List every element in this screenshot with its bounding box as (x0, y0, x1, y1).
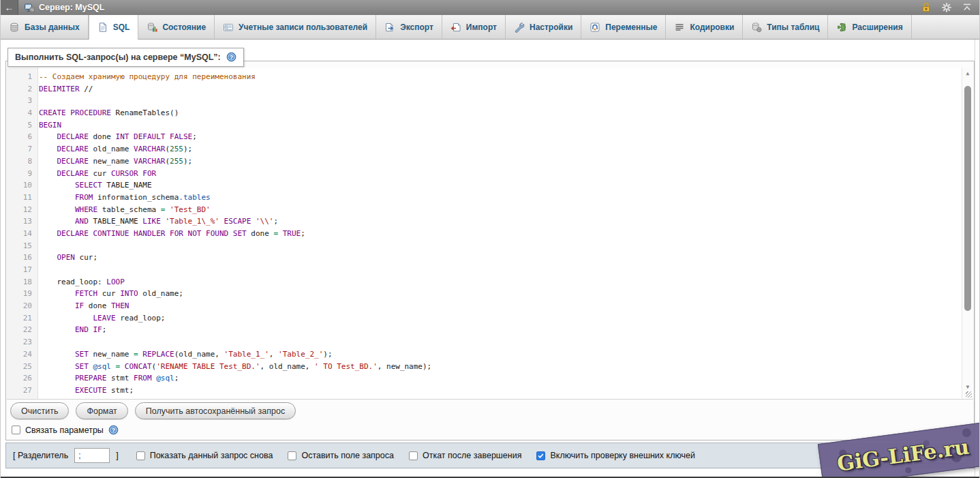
tab-charsets[interactable]: Кодировки (666, 15, 743, 39)
footer-option-3[interactable]: Откат после завершения (409, 451, 521, 460)
query-option-checkboxes: Показать данный запрос сноваОставить пол… (136, 451, 710, 460)
code-line-5: 5BEGIN (7, 119, 973, 132)
back-button[interactable]: ← (1, 0, 18, 15)
checkbox-unchecked[interactable] (12, 425, 20, 434)
footer-option-2[interactable]: Оставить поле запроса (288, 451, 394, 460)
help-icon[interactable]: ? (108, 425, 119, 435)
line-number: 2 (7, 83, 32, 95)
sql-query-fieldset: 1-- Создаем хранимую процедуру для переи… (5, 61, 975, 440)
sql-code-editor[interactable]: 1-- Создаем хранимую процедуру для переи… (7, 68, 973, 400)
code-line-6: 6 DECLARE done INT DEFAULT FALSE; (7, 131, 973, 143)
format-button[interactable]: Формат (76, 402, 127, 419)
code-line-15: 15 (7, 240, 973, 252)
server-icon (24, 2, 35, 13)
code-line-2: 2DELIMITER // (7, 83, 973, 95)
tab-label: Экспорт (400, 23, 433, 32)
scroll-down-arrow[interactable]: ▼ (962, 384, 973, 391)
code-line-12: 12 WHERE table_schema = 'Test_BD' (7, 204, 973, 216)
checkbox-unchecked[interactable] (409, 451, 418, 460)
back-arrow-icon: ← (5, 2, 14, 13)
right-scroll-strip (975, 40, 979, 478)
delimiter-label-close: ] (116, 451, 118, 460)
titlebar-actions (921, 2, 973, 13)
help-icon[interactable]: ? (226, 52, 236, 62)
footer-option-1[interactable]: Показать данный запрос снова (136, 451, 273, 460)
line-number: 16 (7, 252, 32, 264)
collapse-icon[interactable] (962, 2, 973, 13)
delimiter-group: [ Разделитель ] (13, 448, 119, 463)
tab-label: Кодировки (690, 23, 734, 32)
tab-databases[interactable]: Базы данных (1, 15, 89, 39)
code-line-11: 11 FROM information_schema.tables (7, 192, 973, 204)
tab-label: Импорт (466, 23, 497, 32)
line-number: 8 (7, 155, 32, 168)
line-number: 17 (7, 264, 32, 276)
code-line-25: 25 SET @sql = CONCAT('RENAME TABLE Test_… (7, 361, 973, 373)
code-line-26: 26 PREPARE stmt FROM @sql; (7, 372, 973, 385)
line-number: 13 (7, 215, 32, 228)
window-title: Сервер: MySQL (39, 3, 104, 12)
query-legend-text: Выполнить SQL-запрос(ы) на сервере “MySQ… (15, 53, 221, 62)
line-number: 27 (7, 385, 32, 397)
tab-engines[interactable]: Типы таблиц (743, 15, 828, 39)
option-label: Откат после завершения (423, 451, 521, 460)
line-number: 5 (7, 119, 32, 132)
scrollbar-thumb[interactable] (964, 86, 971, 311)
option-label: Включить проверку внешних ключей (550, 451, 695, 460)
bind-parameters-row[interactable]: Связать параметры ? (12, 425, 119, 435)
code-line-16: 16 OPEN cur; (7, 252, 973, 264)
tab-settings[interactable]: Настройки (506, 15, 581, 39)
code-line-7: 7 DECLARE old_name VARCHAR(255); (7, 143, 973, 155)
delimiter-input[interactable] (74, 448, 110, 463)
code-line-19: 19 FETCH cur INTO old_name; (7, 288, 973, 300)
checkbox-unchecked[interactable] (136, 451, 145, 460)
line-number: 23 (7, 336, 32, 348)
code-line-24: 24 SET new_name = REPLACE(old_name, 'Tab… (7, 348, 973, 361)
main-content: Выполнить SQL-запрос(ы) на сервере “MySQ… (1, 40, 979, 478)
tab-label: Расширения (852, 23, 902, 32)
tab-export[interactable]: Экспорт (376, 15, 442, 39)
tab-variables[interactable]: Переменные (581, 15, 666, 39)
scroll-up-arrow[interactable]: ▲ (962, 70, 973, 77)
status-icon (147, 22, 157, 33)
line-number: 6 (7, 131, 32, 143)
tab-user-accounts[interactable]: Учетные записи пользователей (215, 15, 376, 39)
clear-button[interactable]: Очистить (10, 402, 69, 419)
tab-label: Настройки (530, 23, 572, 32)
code-line-8: 8 DECLARE new_name VARCHAR(255); (7, 155, 973, 168)
settings-icon (514, 22, 525, 33)
get-autosaved-query-button[interactable]: Получить автосохранённый запрос (135, 402, 296, 419)
tab-plugins[interactable]: Расширения (828, 15, 911, 39)
code-line-22: 22 END IF; (7, 324, 973, 336)
line-number: 7 (7, 143, 32, 155)
option-label: Показать данный запрос снова (150, 451, 273, 460)
tab-import[interactable]: Импорт (442, 15, 506, 39)
export-icon (384, 22, 395, 33)
editor-scrollbar[interactable]: ▲ ▼ (962, 68, 973, 399)
gear-icon[interactable] (941, 2, 952, 13)
watermark-text: GiG-LiFe.ru (836, 434, 970, 475)
sql-icon (97, 22, 108, 33)
tab-sql[interactable]: SQL (89, 15, 139, 40)
line-number: 24 (7, 348, 32, 361)
checkbox-checked[interactable] (536, 451, 545, 460)
resize-grip[interactable] (966, 391, 972, 398)
code-line-3: 3 (7, 95, 973, 107)
lock-icon[interactable] (921, 2, 932, 13)
line-number: 11 (7, 192, 32, 204)
code-line-1: 1-- Создаем хранимую процедуру для переи… (7, 71, 973, 83)
line-number: 1 (7, 71, 32, 83)
footer-option-4[interactable]: Включить проверку внешних ключей (536, 451, 695, 460)
svg-text:?: ? (112, 427, 115, 434)
line-number: 22 (7, 324, 32, 336)
tab-status[interactable]: Состояние (138, 15, 215, 39)
checkbox-unchecked[interactable] (288, 451, 296, 460)
tab-label: Типы таблиц (767, 23, 819, 32)
code-line-14: 14 DECLARE CONTINUE HANDLER FOR NOT FOUN… (7, 228, 973, 240)
line-number: 14 (7, 228, 32, 240)
tab-label: Учетные записи пользователей (239, 23, 367, 32)
import-icon (450, 22, 461, 33)
bind-parameters-label: Связать параметры (25, 425, 104, 435)
delimiter-label-open: [ Разделитель (13, 451, 68, 460)
code-line-4: 4CREATE PROCEDURE RenameTables() (7, 107, 973, 119)
